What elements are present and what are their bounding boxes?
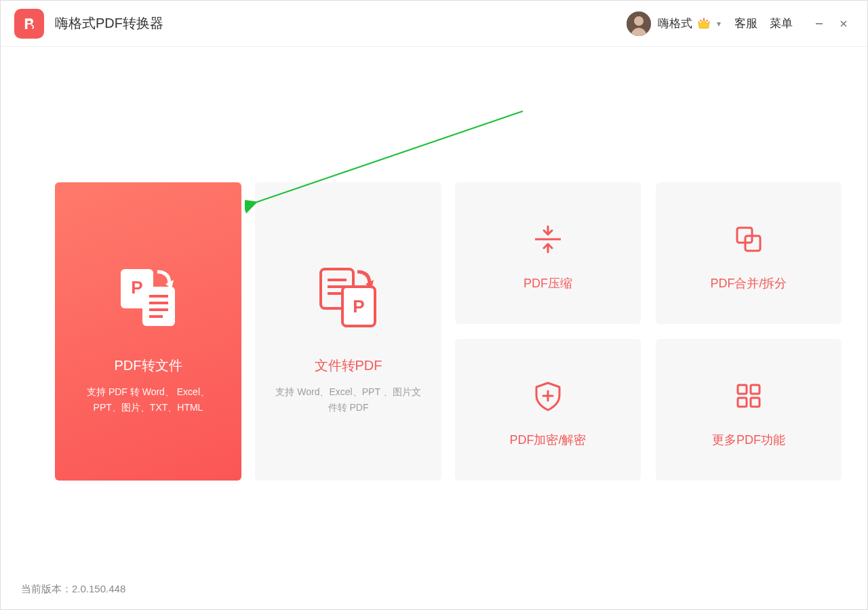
file-to-pdf-icon: P xyxy=(311,248,386,343)
vip-crown-icon xyxy=(696,16,711,31)
username-label: 嗨格式 xyxy=(658,16,692,31)
card-pdf-compress[interactable]: PDF压缩 xyxy=(455,182,641,324)
app-window: 嗨格式PDF转换器 嗨格式 ▾ 客服 菜单 xyxy=(0,0,868,610)
card-desc: 支持 PDF 转 Word、 Excel、PPT、图片、TXT、HTML xyxy=(68,384,228,415)
nav-menu[interactable]: 菜单 xyxy=(770,16,793,31)
svg-rect-28 xyxy=(738,385,747,394)
card-title: PDF转文件 xyxy=(115,357,182,375)
svg-point-4 xyxy=(703,18,705,19)
card-title: 文件转PDF xyxy=(315,357,382,375)
minimize-button[interactable] xyxy=(809,14,829,34)
card-desc: 支持 Word、Excel、PPT 、图片文件转 PDF xyxy=(269,384,428,415)
svg-point-2 xyxy=(634,16,644,26)
svg-text:P: P xyxy=(353,296,364,317)
user-dropdown-caret-icon[interactable]: ▾ xyxy=(717,19,721,28)
card-pdf-merge-split[interactable]: PDF合并/拆分 xyxy=(656,182,842,324)
grid-icon xyxy=(732,372,766,420)
svg-rect-29 xyxy=(751,385,760,394)
pdf-to-file-icon: P xyxy=(111,248,186,343)
close-button[interactable] xyxy=(833,14,854,34)
footer: 当前版本：2.0.150.448 xyxy=(1,573,867,609)
user-avatar[interactable] xyxy=(627,12,651,36)
card-title: PDF合并/拆分 xyxy=(710,275,787,291)
feature-grid: P PDF转文件 支持 PDF 转 Word、 Excel、PPT、图片、TXT… xyxy=(55,182,813,481)
card-title: PDF加密/解密 xyxy=(509,432,586,448)
svg-point-3 xyxy=(700,20,701,21)
merge-split-icon xyxy=(732,216,766,263)
card-title: PDF压缩 xyxy=(524,275,572,291)
card-file-to-pdf[interactable]: P 文件转PDF 支持 Word、Excel、PPT 、图片文件转 PDF xyxy=(255,182,441,481)
version-label: 当前版本： xyxy=(21,583,72,594)
svg-rect-31 xyxy=(751,398,760,407)
card-pdf-more[interactable]: 更多PDF功能 xyxy=(656,339,842,481)
titlebar: 嗨格式PDF转换器 嗨格式 ▾ 客服 菜单 xyxy=(1,1,867,47)
app-title: 嗨格式PDF转换器 xyxy=(55,14,163,33)
version-value: 2.0.150.448 xyxy=(72,583,125,594)
svg-rect-12 xyxy=(142,287,175,326)
nav-customer-service[interactable]: 客服 xyxy=(734,16,757,31)
svg-text:P: P xyxy=(131,277,142,298)
svg-point-5 xyxy=(706,20,707,21)
card-title: 更多PDF功能 xyxy=(712,432,785,448)
main-content: P PDF转文件 支持 PDF 转 Word、 Excel、PPT、图片、TXT… xyxy=(1,47,867,573)
compress-icon xyxy=(531,216,565,263)
card-pdf-to-file[interactable]: P PDF转文件 支持 PDF 转 Word、 Excel、PPT、图片、TXT… xyxy=(55,182,241,481)
shield-plus-icon xyxy=(531,372,565,420)
svg-rect-30 xyxy=(738,398,747,407)
app-logo-icon xyxy=(14,9,44,39)
card-pdf-encrypt[interactable]: PDF加密/解密 xyxy=(455,339,641,481)
